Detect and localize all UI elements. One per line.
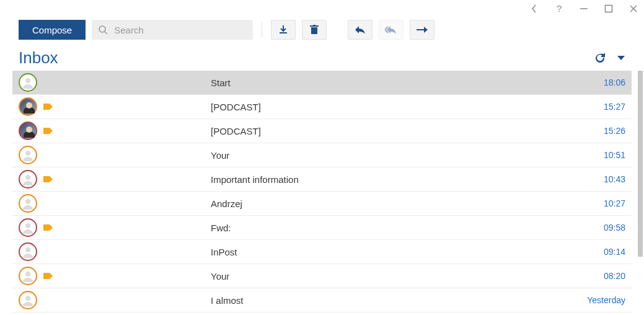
reply-button[interactable] (348, 20, 373, 40)
close-icon[interactable] (628, 3, 639, 14)
avatar (19, 170, 37, 189)
maximize-icon[interactable] (603, 3, 614, 14)
tag-icon (43, 175, 53, 184)
message-time: 09:58 (576, 223, 625, 233)
tag-column (43, 102, 68, 111)
message-subject: [PODCAST] (211, 126, 576, 136)
message-subject: Your (211, 271, 576, 282)
avatar (19, 218, 37, 237)
message-subject: Your (211, 150, 576, 161)
svg-point-18 (25, 296, 30, 301)
svg-point-14 (25, 199, 30, 204)
tag-column (43, 272, 68, 280)
message-subject: Important information (211, 174, 576, 185)
message-row[interactable]: Fwd:09:58 (12, 216, 632, 240)
main-toolbar: Compose (0, 17, 644, 42)
tag-column (43, 126, 68, 135)
message-time: 18:06 (576, 78, 625, 87)
svg-rect-2 (606, 6, 612, 12)
folder-actions (594, 53, 625, 64)
refresh-icon[interactable] (594, 53, 606, 64)
delete-button[interactable] (302, 20, 327, 40)
avatar (19, 267, 37, 285)
avatar (19, 97, 37, 116)
dropdown-icon[interactable] (617, 55, 625, 61)
avatar (19, 122, 37, 140)
message-subject: Start (211, 78, 576, 88)
message-subject: InPost (211, 247, 576, 257)
svg-point-5 (99, 26, 105, 32)
message-time: 10:43 (576, 174, 625, 184)
reply-all-button (379, 20, 404, 40)
svg-rect-10 (313, 25, 315, 25)
window-titlebar: ? (0, 0, 644, 17)
svg-rect-9 (310, 25, 319, 27)
avatar (19, 291, 37, 309)
scrollbar-thumb[interactable] (638, 71, 643, 257)
scrollbar-track[interactable] (637, 71, 643, 315)
message-time: 10:27 (576, 198, 625, 208)
message-time: 09:14 (576, 247, 625, 257)
avatar (19, 194, 37, 213)
svg-rect-8 (311, 27, 317, 34)
tag-icon (43, 126, 53, 135)
tag-column (43, 175, 68, 184)
search-input[interactable] (114, 25, 247, 35)
svg-point-12 (25, 151, 30, 156)
svg-line-6 (105, 32, 107, 34)
folder-header: Inbox (0, 42, 644, 74)
search-icon (98, 25, 108, 35)
svg-point-17 (25, 272, 30, 277)
folder-title: Inbox (19, 48, 58, 68)
message-time: 15:26 (576, 126, 625, 136)
svg-point-16 (25, 247, 30, 252)
tag-column (43, 223, 68, 232)
download-button[interactable] (271, 20, 296, 40)
message-time: 10:51 (576, 150, 625, 160)
toolbar-separator (262, 22, 262, 37)
message-row[interactable]: Your10:51 (12, 143, 632, 167)
message-row[interactable]: Important information10:43 (12, 167, 632, 192)
message-time: 15:27 (576, 102, 625, 112)
message-row[interactable]: Start18:06 (12, 71, 632, 95)
help-icon[interactable]: ? (554, 3, 565, 14)
svg-rect-7 (280, 32, 287, 33)
tag-icon (43, 272, 53, 280)
svg-point-13 (25, 175, 30, 180)
minimize-icon[interactable] (578, 3, 589, 14)
forward-button[interactable] (410, 20, 434, 40)
message-row[interactable]: I almostYesterday (12, 288, 632, 313)
message-row[interactable]: [PODCAST]15:26 (12, 119, 632, 143)
back-icon[interactable] (529, 3, 540, 14)
message-time: 08:20 (576, 271, 625, 281)
svg-point-15 (25, 223, 30, 228)
message-row[interactable]: Your08:20 (12, 264, 632, 288)
svg-point-11 (25, 78, 30, 83)
message-list: Start18:06[PODCAST]15:27[PODCAST]15:26Yo… (12, 71, 632, 315)
avatar (19, 146, 37, 164)
avatar (19, 73, 37, 92)
message-subject: Fwd: (211, 223, 576, 233)
message-time: Yesterday (576, 295, 625, 305)
message-row[interactable]: [PODCAST]15:27 (12, 95, 632, 119)
message-list-container: Start18:06[PODCAST]15:27[PODCAST]15:26Yo… (0, 71, 644, 315)
tag-icon (43, 223, 53, 232)
search-box[interactable] (92, 20, 253, 40)
svg-text:?: ? (557, 4, 562, 14)
message-subject: Andrzej (211, 198, 576, 209)
message-subject: I almost (211, 295, 576, 306)
avatar (19, 242, 37, 261)
compose-button[interactable]: Compose (19, 20, 86, 40)
message-row[interactable]: Andrzej10:27 (12, 192, 632, 216)
tag-icon (43, 102, 53, 111)
message-subject: [PODCAST] (211, 102, 576, 112)
message-row[interactable]: InPost09:14 (12, 240, 632, 264)
